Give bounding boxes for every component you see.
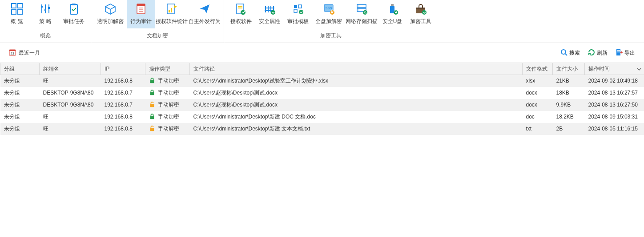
cell-size: 9.9KB	[553, 99, 585, 111]
svg-text:23: 23	[11, 51, 15, 55]
col-size[interactable]: 文件大小	[553, 63, 585, 75]
cell-fmt: doc	[523, 111, 553, 123]
cell-fmt: docx	[523, 99, 553, 111]
table-row[interactable]: 未分组旺192.168.0.8手动加密C:\Users\Administrato…	[0, 111, 644, 123]
cell-path: C:\Users\赵现彬\Desktop\测试.docx	[190, 99, 523, 111]
cell-time: 2024-08-13 16:27:57	[585, 87, 644, 99]
send-icon	[198, 3, 211, 15]
ribbon-label: 加密工具	[410, 18, 431, 25]
ribbon-secattr[interactable]: 安全属性	[255, 0, 284, 28]
col-ip[interactable]: IP	[101, 63, 145, 75]
ribbon: 概 览策 略审批任务概览透明加解密行为审计授权软件统计自主外发行为文档加密授权软…	[0, 0, 644, 43]
ribbon-strategy[interactable]: 策 略	[31, 0, 60, 28]
audit-table: 分组 终端名 IP 操作类型 文件路径 文件格式 文件大小 操作时间 未分组旺1…	[0, 63, 644, 135]
ribbon-authsoft[interactable]: 授权软件	[227, 0, 255, 28]
ribbon-group: 透明加解密行为审计授权软件统计自主外发行为文档加密	[91, 0, 224, 43]
cell-ip: 192.168.0.7	[101, 87, 145, 99]
cell-fmt: txt	[523, 123, 553, 135]
filter-bar: 23 最近一月 搜索 刷新 导出	[0, 43, 644, 63]
col-time[interactable]: 操作时间	[585, 63, 644, 75]
op-label: 手动加密	[158, 89, 179, 97]
svg-rect-1	[9, 50, 16, 51]
ribbon-usb[interactable]: 安全U盘	[378, 0, 407, 28]
ribbon-label: 网络存储扫描	[346, 18, 378, 25]
refresh-icon	[588, 49, 595, 57]
ribbon-overview[interactable]: 概 览	[3, 0, 31, 28]
cell-size: 2B	[553, 123, 585, 135]
ribbon-label: 授权软件统计	[156, 18, 188, 25]
cell-ip: 192.168.0.8	[101, 111, 145, 123]
ribbon-fulldisk[interactable]: 全盘加解密	[312, 0, 345, 28]
cell-time: 2024-09-02 10:49:18	[585, 75, 644, 87]
cell-group: 未分组	[0, 123, 40, 135]
cell-op: 手动加密	[145, 75, 190, 87]
svg-line-4	[565, 54, 567, 55]
clipboard-icon	[68, 3, 80, 15]
lock-green-icon	[149, 89, 155, 97]
export-label: 导出	[624, 49, 635, 57]
cell-fmt: xlsx	[523, 75, 553, 87]
ribbon-label: 审批任务	[63, 18, 85, 25]
ribbon-group: 概 览策 略审批任务概览	[0, 0, 91, 43]
cell-op: 手动解密	[145, 99, 190, 111]
export-button[interactable]: 导出	[616, 49, 635, 57]
cell-time: 2024-08-13 16:27:50	[585, 99, 644, 111]
ribbon-netscan[interactable]: 网络存储扫描	[345, 0, 378, 28]
cell-group: 未分组	[0, 111, 40, 123]
svg-rect-7	[617, 51, 620, 51]
lock-green-icon	[149, 113, 155, 121]
cell-path: C:\Users\Administrator\Desktop\新建 文本文档.t…	[190, 123, 523, 135]
col-path[interactable]: 文件路径	[190, 63, 523, 75]
ribbon-label: 授权软件	[230, 18, 252, 25]
cell-group: 未分组	[0, 99, 40, 111]
ribbon-group-title: 文档加密	[94, 29, 221, 42]
refresh-label: 刷新	[597, 49, 608, 57]
col-terminal[interactable]: 终端名	[40, 63, 101, 75]
ribbon-label: 自主外发行为	[189, 18, 221, 25]
cell-ip: 192.168.0.8	[101, 123, 145, 135]
ribbon-label: 全盘加解密	[315, 18, 342, 25]
ribbon-label: 透明加解密	[97, 18, 124, 25]
ribbon-approve[interactable]: 审批任务	[60, 0, 88, 28]
table-row[interactable]: 未分组旺192.168.0.8手动解密C:\Users\Administrato…	[0, 123, 644, 135]
ribbon-behavior[interactable]: 行为审计	[127, 0, 155, 28]
search-button[interactable]: 搜索	[560, 49, 580, 57]
stats-icon	[165, 3, 178, 15]
col-group[interactable]: 分组	[0, 63, 40, 75]
op-label: 手动解密	[158, 125, 179, 133]
ribbon-transparent[interactable]: 透明加解密	[94, 0, 127, 28]
lock-green-icon	[149, 77, 155, 85]
refresh-button[interactable]: 刷新	[588, 49, 608, 57]
calendar-icon: 23	[9, 49, 16, 57]
lock-orange-icon	[149, 101, 155, 109]
cell-op: 手动加密	[145, 111, 190, 123]
col-time-label: 操作时间	[588, 66, 610, 72]
export-icon	[616, 49, 623, 57]
lock-orange-icon	[149, 125, 155, 133]
table-body: 未分组旺192.168.0.8手动加密C:\Users\Administrato…	[0, 75, 644, 135]
table-header: 分组 终端名 IP 操作类型 文件路径 文件格式 文件大小 操作时间	[0, 63, 644, 75]
cell-path: C:\Users\赵现彬\Desktop\测试.docx	[190, 87, 523, 99]
svg-point-3	[561, 50, 566, 54]
ribbon-authstat[interactable]: 授权软件统计	[155, 0, 188, 28]
server-icon	[355, 3, 368, 15]
cell-fmt: docx	[523, 87, 553, 99]
cell-terminal: 旺	[40, 123, 101, 135]
ribbon-group-title: 概览	[3, 29, 88, 42]
table-row[interactable]: 未分组旺192.168.0.8手动加密C:\Users\Administrato…	[0, 75, 644, 87]
cell-size: 18KB	[553, 87, 585, 99]
date-range-picker[interactable]: 23 最近一月	[9, 49, 40, 57]
table-row[interactable]: 未分组DESKTOP-9G8NA80192.168.0.7手动解密C:\User…	[0, 99, 644, 111]
cell-time: 2024-08-09 15:03:31	[585, 111, 644, 123]
ribbon-selfsend[interactable]: 自主外发行为	[188, 0, 221, 28]
ribbon-group-title: 加密工具	[227, 29, 435, 42]
ribbon-group: 授权软件安全属性审批模板全盘加解密网络存储扫描安全U盘加密工具加密工具	[224, 0, 438, 43]
col-fmt[interactable]: 文件格式	[523, 63, 553, 75]
cell-time: 2024-08-05 11:16:15	[585, 123, 644, 135]
cell-terminal: 旺	[40, 111, 101, 123]
ribbon-template[interactable]: 审批模板	[284, 0, 312, 28]
ribbon-tools[interactable]: 加密工具	[407, 0, 435, 28]
col-op[interactable]: 操作类型	[145, 63, 190, 75]
cell-ip: 192.168.0.7	[101, 99, 145, 111]
table-row[interactable]: 未分组DESKTOP-9G8NA80192.168.0.7手动加密C:\User…	[0, 87, 644, 99]
